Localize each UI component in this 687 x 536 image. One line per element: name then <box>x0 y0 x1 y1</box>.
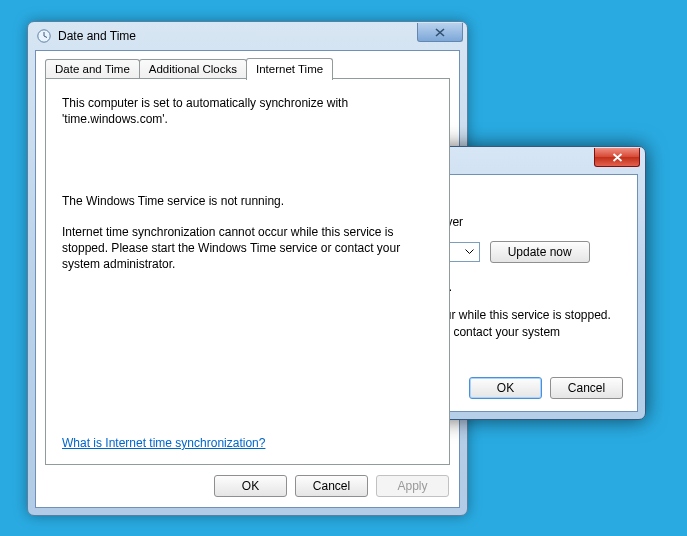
help-link[interactable]: What is Internet time synchronization? <box>62 436 265 450</box>
parent-ok-button[interactable]: OK <box>214 475 287 497</box>
child-ok-button[interactable]: OK <box>469 377 542 399</box>
child-button-row: OK Cancel <box>469 377 623 399</box>
parent-button-row: OK Cancel Apply <box>214 475 449 497</box>
internet-time-tabpanel: This computer is set to automatically sy… <box>45 78 450 465</box>
tabstrip: Date and Time Additional Clocks Internet… <box>45 58 332 79</box>
tab-additional-clocks[interactable]: Additional Clocks <box>139 59 247 79</box>
date-and-time-window: Date and Time Date and Time Additional C… <box>27 21 468 516</box>
parent-title: Date and Time <box>58 29 136 43</box>
parent-cancel-button[interactable]: Cancel <box>295 475 368 497</box>
close-icon <box>612 153 623 162</box>
parent-apply-button: Apply <box>376 475 449 497</box>
tab-internet-time[interactable]: Internet Time <box>246 58 333 80</box>
sync-description: This computer is set to automatically sy… <box>62 95 433 127</box>
clock-icon <box>36 28 52 44</box>
update-now-button[interactable]: Update now <box>490 241 590 263</box>
service-error-text: Internet time synchronization cannot occ… <box>62 224 433 273</box>
child-close-button[interactable] <box>594 148 640 167</box>
close-icon <box>435 28 445 37</box>
parent-titlebar[interactable]: Date and Time <box>28 22 467 50</box>
service-not-running-text: The Windows Time service is not running. <box>62 193 433 209</box>
child-cancel-button[interactable]: Cancel <box>550 377 623 399</box>
tab-date-and-time[interactable]: Date and Time <box>45 59 140 79</box>
parent-client-area: Date and Time Additional Clocks Internet… <box>35 50 460 508</box>
parent-close-button[interactable] <box>417 23 463 42</box>
chevron-down-icon <box>462 244 477 260</box>
